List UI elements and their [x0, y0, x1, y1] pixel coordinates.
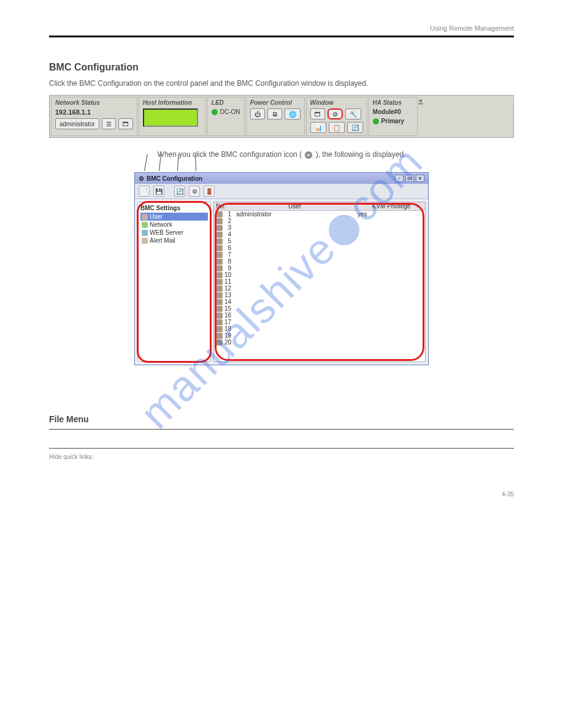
led-dot-icon	[212, 109, 218, 115]
col-user[interactable]: User	[232, 202, 358, 210]
table-row[interactable]: 5	[214, 238, 425, 245]
row-icon	[215, 326, 223, 332]
net-icon-2[interactable]: 🗔	[118, 118, 133, 129]
row-icon	[215, 292, 223, 298]
col-no[interactable]: No.	[214, 202, 232, 210]
header-right: Using Remote Management	[430, 25, 514, 32]
row-no: 13	[223, 292, 234, 298]
ha-module: Module#0	[373, 108, 413, 115]
power-label: Power Control	[250, 99, 301, 106]
tree-item-alert-mail[interactable]: Alert Mail	[140, 237, 208, 245]
row-icon	[215, 252, 223, 258]
table-row[interactable]: 3	[214, 224, 425, 231]
row-icon	[215, 339, 223, 346]
table-row[interactable]: 1administratoryes	[214, 211, 425, 218]
table-row[interactable]: 10	[214, 271, 425, 278]
table-row[interactable]: 11	[214, 278, 425, 285]
row-icon	[215, 232, 223, 238]
row-no: 1	[223, 211, 234, 218]
section-title: BMC Configuration	[49, 62, 514, 73]
table-row[interactable]: 9	[214, 265, 425, 271]
footer-text: Hide quick links:	[49, 453, 514, 460]
table-row[interactable]: 16	[214, 312, 425, 319]
max-button[interactable]: ▭	[405, 175, 414, 182]
table-row[interactable]: 17	[214, 319, 425, 325]
win-btn-1[interactable]: 🗔	[310, 108, 325, 119]
table-row[interactable]: 18	[214, 325, 425, 332]
bmc-config-window: ⚙ BMC Configuration ▫ ▭ × 📄 💾 🔄 ⚙ 🚪 BMC …	[134, 172, 429, 365]
row-no: 19	[223, 332, 234, 339]
net-icon-1[interactable]: ☰	[102, 118, 116, 129]
bmc-user-list: No. User KVM Privilege 1administratoryes…	[213, 202, 426, 362]
defaults-button[interactable]: ⚙	[189, 186, 200, 197]
file-menu-heading: File Menu	[49, 414, 514, 424]
row-no: 20	[223, 339, 234, 346]
logout-button[interactable]: 🚪	[204, 186, 215, 197]
col-kvm[interactable]: KVM Privilege	[358, 202, 425, 210]
row-no: 12	[223, 285, 234, 292]
tree-item-label: User	[150, 213, 163, 220]
bmc-toolbar: 📄 💾 🔄 ⚙ 🚪	[135, 184, 428, 199]
table-row[interactable]: 13	[214, 292, 425, 298]
table-row[interactable]: 8	[214, 258, 425, 265]
min-button[interactable]: ▫	[395, 175, 404, 182]
led-status: DC-ON	[220, 108, 240, 115]
close-button[interactable]: ×	[416, 175, 424, 182]
network-status-label: Network Status	[55, 99, 133, 106]
row-no: 15	[223, 305, 234, 312]
table-row[interactable]: 4	[214, 231, 425, 238]
table-row[interactable]: 20	[214, 339, 425, 346]
host-screen	[143, 108, 198, 127]
control-panel: Network Status 192.168.1.1 administrator…	[49, 95, 514, 138]
power-btn-3[interactable]: 🌐	[285, 108, 301, 119]
bmc-config-icon-button[interactable]: ⚙	[327, 108, 343, 119]
row-kvm: yes	[358, 211, 425, 218]
row-icon	[215, 259, 223, 265]
mid-rule-2	[49, 448, 514, 449]
table-row[interactable]: 2	[214, 218, 425, 224]
tree-root[interactable]: BMC Settings	[140, 205, 208, 211]
user-button[interactable]: administrator	[55, 118, 99, 129]
row-icon	[215, 319, 223, 325]
row-no: 3	[223, 224, 234, 231]
power-btn-1[interactable]: ⏻	[250, 108, 265, 119]
bmc-title-icon: ⚙	[139, 175, 144, 182]
host-info-label: Host Information	[143, 99, 202, 106]
win-btn-4[interactable]: 📊	[310, 122, 326, 133]
table-row[interactable]: 7	[214, 251, 425, 258]
win-btn-6[interactable]: 🔄	[347, 122, 363, 133]
tree-item-web-server[interactable]: WEB Server	[140, 229, 208, 237]
panel-close-icon[interactable]: ×	[419, 97, 423, 105]
top-rule	[49, 36, 514, 37]
row-icon	[215, 225, 223, 231]
row-no: 14	[223, 298, 234, 305]
win-btn-3[interactable]: 🔧	[345, 108, 361, 119]
row-no: 5	[223, 238, 234, 245]
power-btn-2[interactable]: 🖥	[267, 108, 282, 119]
table-row[interactable]: 19	[214, 332, 425, 339]
reload-button[interactable]: 🔄	[174, 186, 185, 197]
tree-item-user[interactable]: User	[140, 213, 208, 221]
table-row[interactable]: 12	[214, 285, 425, 292]
win-btn-5[interactable]: 📋	[329, 122, 345, 133]
bmc-tree[interactable]: BMC Settings UserNetworkWEB ServerAlert …	[137, 202, 211, 362]
file-save-button[interactable]: 📄	[139, 186, 150, 197]
instruction-line: When you click the BMC configuration ico…	[49, 150, 514, 160]
row-icon	[215, 238, 223, 245]
tree-item-label: Network	[150, 221, 172, 228]
row-no: 6	[223, 245, 234, 251]
tree-item-label: WEB Server	[150, 229, 183, 236]
row-icon	[215, 211, 223, 218]
mail-icon	[142, 238, 148, 244]
table-row[interactable]: 14	[214, 298, 425, 305]
network-ip: 192.168.1.1	[55, 108, 133, 116]
save-icon-button[interactable]: 💾	[153, 186, 164, 197]
row-no: 7	[223, 251, 234, 258]
tree-item-network[interactable]: Network	[140, 221, 208, 229]
row-no: 4	[223, 231, 234, 238]
table-row[interactable]: 15	[214, 305, 425, 312]
net-icon	[142, 222, 148, 228]
led-label: LED	[212, 99, 240, 106]
row-icon	[215, 333, 223, 339]
table-row[interactable]: 6	[214, 245, 425, 251]
